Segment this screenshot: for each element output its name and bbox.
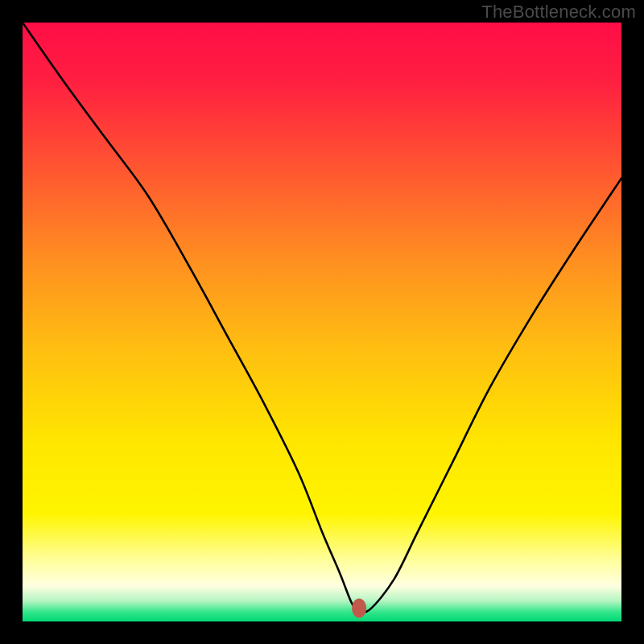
chart-svg bbox=[23, 23, 621, 621]
plot-area bbox=[23, 23, 621, 621]
chart-frame: TheBottleneck.com bbox=[0, 0, 644, 644]
optimum-marker bbox=[352, 599, 366, 618]
watermark-text: TheBottleneck.com bbox=[481, 2, 636, 23]
